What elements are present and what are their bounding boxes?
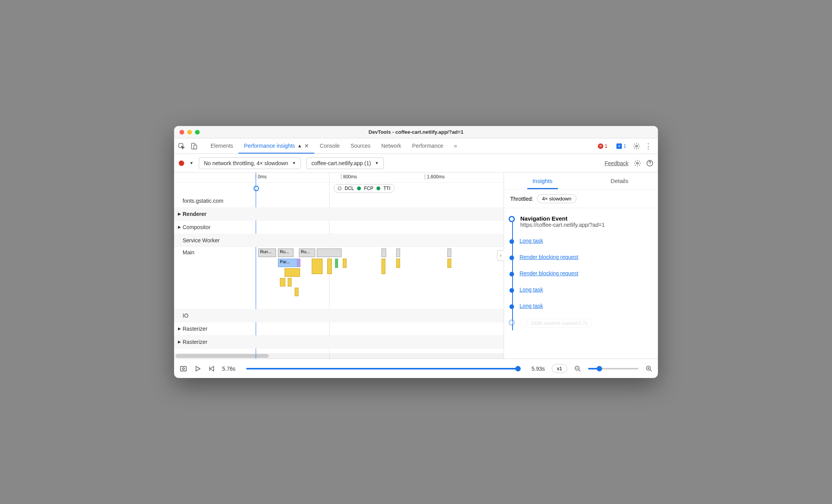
- error-icon: ✕: [598, 143, 603, 149]
- help-icon[interactable]: [646, 160, 653, 167]
- throttling-select[interactable]: No network throttling, 4× slowdown ▼: [199, 157, 301, 169]
- nav-event-title: Navigation Event: [520, 215, 652, 222]
- import-icon[interactable]: [402, 160, 409, 167]
- info-badge[interactable]: ≡ 1: [614, 143, 628, 150]
- device-toggle-icon[interactable]: [190, 143, 197, 150]
- replay-start-icon[interactable]: [254, 186, 259, 191]
- time-ruler[interactable]: 0ms 800ms 1,600ms: [174, 173, 504, 183]
- tab-performance[interactable]: Performance: [407, 138, 449, 154]
- insight-link[interactable]: Long task: [520, 303, 543, 309]
- metrics-pill[interactable]: DCL FCP TTI: [333, 184, 395, 193]
- nav-event-item: Navigation Event https://coffee-cart.net…: [509, 215, 652, 237]
- track-rasterizer-3[interactable]: Rasterizer: [174, 349, 504, 353]
- track-main[interactable]: Main: [174, 247, 504, 309]
- insight-link[interactable]: Long task: [520, 238, 543, 244]
- track-compositor[interactable]: ▶Compositor: [174, 221, 504, 234]
- target-select[interactable]: coffee-cart.netlify.app (1) ▼: [306, 157, 383, 169]
- settings-icon[interactable]: [633, 143, 640, 150]
- timeline-dot-icon: [509, 319, 515, 326]
- track-fonts[interactable]: fonts.gstatic.com: [174, 194, 504, 207]
- side-tabs: Insights Details: [504, 173, 658, 190]
- tab-insights[interactable]: Insights: [504, 173, 581, 189]
- titlebar: DevTools - coffee-cart.netlify.app/?ad=1: [174, 126, 658, 138]
- toolbar: ▼ No network throttling, 4× slowdown ▼ c…: [174, 154, 658, 173]
- svg-rect-6: [181, 366, 186, 371]
- screenshots-toggle-icon[interactable]: [180, 365, 187, 373]
- devtools-window: DevTools - coffee-cart.netlify.app/?ad=1…: [174, 126, 658, 378]
- dcl-marker-icon: [338, 186, 342, 190]
- time-slider[interactable]: [246, 368, 521, 369]
- timeline-pane[interactable]: 0ms 800ms 1,600ms DCL FCP TTI fonts.gsta…: [174, 173, 504, 359]
- feedback-link[interactable]: Feedback: [605, 160, 628, 166]
- dom-loaded-item: DOM content loaded 0.7s: [509, 319, 652, 337]
- maximize-window-icon[interactable]: [195, 130, 200, 135]
- horizontal-scrollbar[interactable]: [174, 353, 504, 359]
- throttle-row: Throttled: 4× slowdown: [504, 190, 658, 208]
- nav-event-url: https://coffee-cart.netlify.app/?ad=1: [520, 222, 652, 228]
- timeline-dot-icon: [509, 272, 514, 276]
- error-badge[interactable]: ✕ 1: [596, 143, 610, 150]
- tab-details[interactable]: Details: [581, 173, 658, 189]
- zoom-slider[interactable]: [588, 368, 639, 369]
- timeline-dot-icon: [509, 288, 514, 293]
- track-service-worker[interactable]: Service Worker: [174, 234, 504, 247]
- tabs-overflow[interactable]: »: [449, 138, 463, 154]
- scrollbar-thumb[interactable]: [176, 354, 269, 358]
- tti-marker-icon: [376, 186, 380, 190]
- window-title: DevTools - coffee-cart.netlify.app/?ad=1: [174, 129, 658, 135]
- ruler-tick: 800ms: [341, 174, 357, 180]
- tab-console[interactable]: Console: [314, 138, 345, 154]
- track-rasterizer-2[interactable]: ▶Rasterizer: [174, 335, 504, 349]
- insight-link[interactable]: Long task: [520, 287, 543, 293]
- track-rasterizer-1[interactable]: ▶Rasterizer: [174, 322, 504, 335]
- insight-item: Long task: [509, 286, 652, 302]
- tab-sources[interactable]: Sources: [345, 138, 376, 154]
- footer: 5.76s 5.93s x1: [174, 359, 658, 378]
- zoom-knob[interactable]: [597, 366, 602, 371]
- rewind-icon[interactable]: [208, 365, 215, 372]
- content-area: 0ms 800ms 1,600ms DCL FCP TTI fonts.gsta…: [174, 173, 658, 359]
- record-button[interactable]: [179, 161, 184, 166]
- slider-knob[interactable]: [515, 366, 521, 371]
- fcp-marker-icon: [357, 186, 361, 190]
- dom-loaded-icon: [525, 321, 528, 325]
- insights-timeline[interactable]: Navigation Event https://coffee-cart.net…: [504, 208, 658, 359]
- insight-item: Long task: [509, 237, 652, 254]
- track-list[interactable]: fonts.gstatic.com ▶Renderer ▶Compositor …: [174, 194, 504, 353]
- record-menu-icon[interactable]: ▼: [190, 161, 193, 165]
- tab-performance-insights[interactable]: Performance insights ▲ ✕: [238, 138, 314, 154]
- export-icon[interactable]: [389, 160, 396, 167]
- minimize-window-icon[interactable]: [187, 130, 192, 135]
- collapse-sidepane-icon[interactable]: ›: [497, 250, 504, 261]
- message-icon: ≡: [616, 143, 622, 149]
- svg-point-3: [636, 145, 638, 147]
- ruler-tick: 0ms: [255, 174, 267, 180]
- timeline-dot-icon: [509, 255, 514, 260]
- chevron-down-icon: ▼: [375, 161, 379, 165]
- insight-link[interactable]: Render blocking request: [520, 254, 578, 260]
- throttle-pill[interactable]: 4× slowdown: [537, 194, 577, 203]
- insight-link[interactable]: Render blocking request: [520, 270, 578, 276]
- close-tab-icon[interactable]: ✕: [304, 143, 309, 149]
- timeline-dot-icon: [509, 216, 515, 222]
- delete-icon[interactable]: [414, 160, 421, 167]
- tab-network[interactable]: Network: [376, 138, 407, 154]
- zoom-in-icon[interactable]: [646, 365, 652, 372]
- timeline-dot-icon: [509, 239, 514, 244]
- track-io[interactable]: IO: [174, 309, 504, 322]
- play-icon[interactable]: [194, 365, 201, 372]
- traffic-lights: [174, 130, 200, 135]
- zoom-out-icon[interactable]: [574, 365, 581, 372]
- insight-item: Render blocking request: [509, 270, 652, 286]
- markers-row: DCL FCP TTI: [174, 183, 504, 194]
- tab-elements[interactable]: Elements: [205, 138, 238, 154]
- inspect-icon[interactable]: [178, 143, 185, 150]
- svg-point-7: [183, 368, 185, 369]
- panel-settings-icon[interactable]: [634, 160, 641, 167]
- track-renderer[interactable]: ▶Renderer: [174, 207, 504, 221]
- close-window-icon[interactable]: [180, 130, 184, 135]
- chevron-down-icon: ▼: [292, 161, 296, 165]
- dom-loaded-pill[interactable]: DOM content loaded 0.7s: [520, 319, 592, 328]
- more-icon[interactable]: ⋮: [645, 142, 652, 150]
- playback-speed[interactable]: x1: [552, 364, 567, 373]
